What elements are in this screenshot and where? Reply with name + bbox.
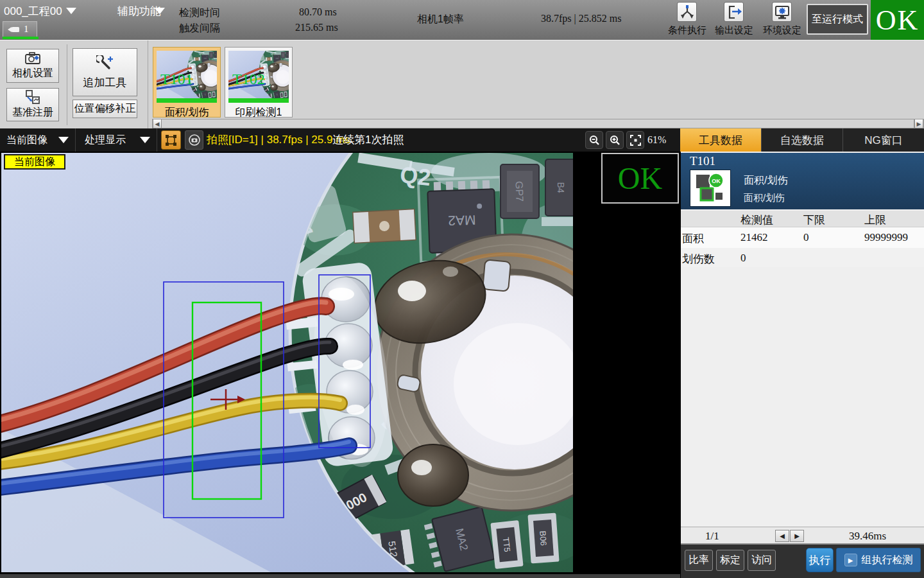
aux-caret-icon[interactable] [155,8,165,14]
col-upper: 上限 [864,213,886,227]
zoom-out-button[interactable] [585,131,603,149]
camera-gear-icon [24,52,41,65]
divider [67,44,67,125]
capture-camera-button[interactable] [185,130,203,150]
tool-row: 相机设置 基准注册 追加工具 位置偏移补正 [0,40,924,128]
group-execute-button[interactable]: ▶ 组执行检测 [836,548,921,572]
position-offset-button[interactable]: 位置偏移补正 [73,100,137,118]
play-icon: ▶ [844,554,857,566]
calibration-button[interactable]: 标定 [716,550,744,571]
divider [148,40,148,129]
result-badge: OK [601,153,679,204]
add-tool-label: 追加工具 [83,75,127,90]
output-setting-label: 输出设定 [714,24,755,37]
tool-status-bar [228,98,289,103]
display-mode-dropdown[interactable]: 处理显示 [78,128,157,152]
row-value: 21462 [740,231,768,244]
row-value: 0 [740,252,746,265]
position-offset-label: 位置偏移补正 [74,102,136,116]
scroll-left-icon[interactable]: ◀ [153,119,162,128]
add-tool-button[interactable]: 追加工具 [73,48,137,96]
detect-time-label: 检测时间 [179,6,220,20]
access-button[interactable]: 访问 [748,550,776,571]
output-setting-button[interactable] [724,2,744,22]
image-source-tag: 当前图像 [4,154,65,170]
env-setting-button[interactable] [772,2,792,22]
zoom-fit-button[interactable] [626,131,644,149]
camera-tab-active-bar [3,37,38,39]
next-page-button[interactable]: ▶ [790,530,804,542]
tool-card-t102[interactable]: T102 印刷检测1 [225,47,293,118]
col-lower: 下限 [803,213,825,227]
datum-register-icon [24,90,41,104]
viewer-bottom-scrollbar[interactable] [0,574,680,578]
table-row: 划伤数 0 [681,248,924,267]
execute-button[interactable]: 执行 [806,548,834,572]
tool-type: 面积/划伤 [744,174,787,188]
row-label: 面积 [682,231,704,246]
tool-status-bar [157,98,217,103]
capture-info: 拍照[ID=1] | 38.7fps | 25.9 ms [207,128,350,152]
camera-image[interactable] [1,153,573,572]
viewer-toolbar: 当前图像 处理显示 拍照[ID=1] | 38.7fps | 25.9 ms 连… [0,128,680,152]
tool-card-t101[interactable]: T101 面积/划伤 [153,47,221,118]
chevron-down-icon [140,137,150,143]
tab-ng-window[interactable]: NG窗口 [843,128,924,152]
camera-setup-label: 相机设置 [12,67,53,80]
datum-register-button[interactable]: 基准注册 [6,88,59,121]
transform-handles-icon [165,134,177,146]
prev-page-button[interactable]: ◀ [775,530,789,542]
trigger-interval-value: 215.65 ms [295,22,338,33]
display-mode-value: 处理显示 [85,134,126,147]
scroll-right-icon[interactable]: ▶ [914,119,923,128]
branch-exec-icon [679,4,696,21]
tool-strip-scrollbar[interactable]: ◀ ▶ [152,119,924,128]
datum-register-label: 基准注册 [12,106,53,119]
row-lower: 0 [803,231,809,244]
svg-text:OK: OK [712,178,721,184]
tool-header[interactable]: T101 OK 面积/划伤 面积/划伤 [681,153,924,209]
project-caret-icon[interactable] [66,8,76,14]
tool-id-overlay: T102 [232,71,265,88]
tool-id: T101 [690,154,715,168]
data-panel-tabs: 工具数据 自选数据 NG窗口 [680,128,924,152]
tab-custom-data[interactable]: 自选数据 [761,128,843,152]
camera-tab[interactable]: 1 [3,21,37,37]
exec-time: 39.46ms [849,530,886,543]
detect-time-value: 80.70 ms [299,6,337,18]
roi-transform-button[interactable] [161,130,181,150]
tab-tool-data[interactable]: 工具数据 [680,128,761,152]
table-row: 面积 21462 0 99999999 [681,227,924,248]
scrollbar-thumb[interactable] [162,119,914,128]
camera-setup-button[interactable]: 相机设置 [6,49,59,83]
result-pagination: 1/1 ◀ ▶ 39.46ms [681,527,924,545]
tool-data-panel: T101 OK 面积/划伤 面积/划伤 检测值 下限 上限 面积 21462 0 [680,152,924,578]
area-scratch-ok-icon: OK [690,170,730,206]
camera-fps-value: 38.7fps | 25.852 ms [541,13,621,24]
project-selector[interactable]: 000_工程00 [4,4,62,19]
tool-card-label: 印刷检测1 [225,106,292,119]
ratio-button[interactable]: 比率 [685,550,713,571]
result-table-header: 检测值 下限 上限 [681,211,924,227]
image-source-value: 当前图像 [6,134,47,147]
monitor-gear-icon [774,4,791,21]
image-source-dropdown[interactable]: 当前图像 [0,128,76,152]
top-bar: 000_工程00 辅助功能 1 检测时间 触发间隔 80.70 ms 215.6… [0,0,924,40]
zoom-in-icon [610,135,620,146]
run-mode-button[interactable]: 至运行模式 [807,4,868,35]
trigger-interval-label: 触发间隔 [179,22,220,35]
condition-exec-button[interactable] [677,2,697,22]
col-value: 检测值 [740,213,773,227]
zoom-in-button[interactable] [606,131,624,149]
env-setting-label: 环境设定 [762,24,803,37]
chevron-down-icon [58,137,69,143]
panel-footer: 比率 标定 访问 执行 ▶ 组执行检测 [681,545,924,578]
camera-circle-icon [188,134,201,146]
row-upper: 99999999 [864,231,908,244]
camera-tab-number: 1 [24,24,29,35]
image-viewer[interactable]: 当前图像 OK [0,152,680,574]
global-status-badge: OK [871,0,924,40]
tool-card-label: 面积/划伤 [153,106,220,119]
camera-fps-label: 相机1帧率 [417,13,464,26]
next-icon: ▶ [794,532,800,539]
